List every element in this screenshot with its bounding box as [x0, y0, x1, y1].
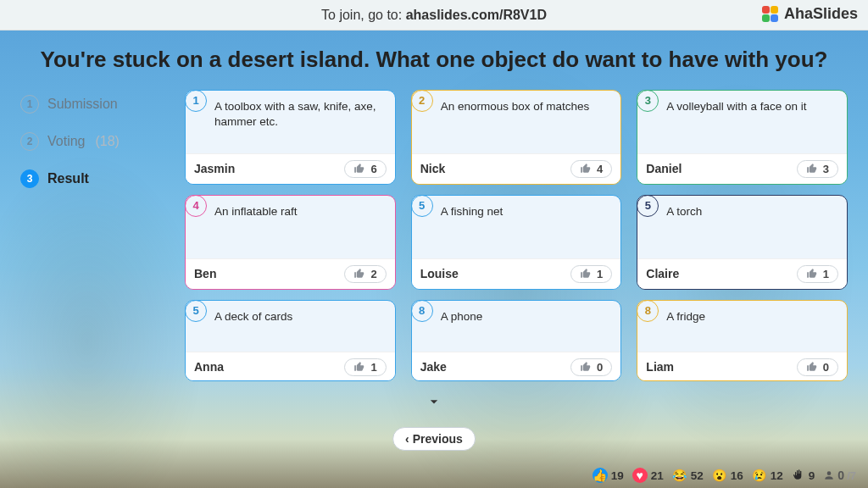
- thumbs-up-icon: [580, 361, 592, 373]
- step-voting[interactable]: 2 Voting (18): [20, 132, 164, 151]
- answer-text: A volleyball with a face on it: [666, 99, 837, 143]
- step-result[interactable]: 3 Result: [20, 169, 164, 188]
- answer-text: A torch: [666, 204, 837, 248]
- answer-card[interactable]: 4An inflatable raftBen2: [185, 195, 396, 290]
- answer-card[interactable]: 8A fridgeLiam0: [637, 300, 848, 381]
- rank-badge: 2: [411, 90, 433, 112]
- thumbs-up-icon: [580, 163, 592, 175]
- rank-badge: 8: [637, 300, 659, 322]
- rank-badge: 3: [637, 90, 659, 112]
- vote-count: 1: [823, 268, 829, 280]
- answer-card[interactable]: 2An enormous box of matchesNick4: [411, 90, 622, 185]
- answer-card[interactable]: 8A phoneJake0: [411, 300, 622, 381]
- rank-badge: 5: [637, 195, 659, 217]
- join-prefix: To join, go to:: [321, 8, 406, 22]
- answer-text: A deck of cards: [214, 309, 385, 353]
- author-name: Claire: [646, 267, 679, 280]
- question-title: You're stuck on a desert island. What on…: [20, 46, 848, 75]
- thumbs-up-icon: [806, 361, 818, 373]
- sad-icon: 😢: [752, 468, 767, 483]
- answer-card[interactable]: 5A deck of cardsAnna1: [185, 300, 396, 381]
- author-name: Jake: [420, 360, 447, 374]
- expand-toggle[interactable]: [426, 393, 442, 413]
- rank-badge: 1: [185, 90, 207, 112]
- answer-text: A phone: [441, 309, 611, 353]
- vote-count: 3: [823, 163, 829, 175]
- step-result-label: Result: [47, 171, 89, 186]
- step-voting-label: Voting: [47, 134, 85, 149]
- vote-count: 2: [370, 268, 376, 280]
- brand-name: AhaSlides: [784, 5, 858, 23]
- join-text: To join, go to: ahaslides.com/R8V1D: [321, 8, 547, 23]
- answer-card[interactable]: 1A toolbox with a saw, knife, axe, hamme…: [185, 90, 396, 185]
- person-icon: [823, 469, 835, 481]
- vote-pill[interactable]: 1: [570, 265, 612, 283]
- vote-pill[interactable]: 3: [797, 160, 838, 178]
- previous-label: Previous: [413, 432, 463, 446]
- vote-count: 1: [597, 268, 603, 280]
- vote-count: 4: [597, 163, 603, 175]
- answer-text: An inflatable raft: [214, 204, 385, 248]
- reaction-hand[interactable]: 9: [792, 469, 815, 482]
- vote-count: 0: [597, 361, 603, 374]
- vote-count: 6: [370, 163, 376, 175]
- vote-pill[interactable]: 4: [570, 160, 612, 178]
- top-bar: To join, go to: ahaslides.com/R8V1D AhaS…: [0, 0, 868, 30]
- reaction-heart[interactable]: ♥21: [632, 468, 664, 483]
- vote-count: 1: [370, 361, 376, 374]
- step-submission[interactable]: 1 Submission: [20, 95, 164, 114]
- answer-text: A fishing net: [441, 204, 611, 248]
- thumbs-up-icon: [353, 163, 365, 175]
- reaction-like[interactable]: 👍19: [593, 468, 624, 483]
- thumbs-up-icon: [580, 268, 592, 280]
- thumbs-up-icon: [353, 361, 365, 373]
- answer-text: An enormous box of matches: [441, 99, 611, 143]
- hand-icon: [792, 469, 805, 482]
- author-name: Liam: [646, 360, 674, 374]
- step-voting-count: (18): [95, 134, 119, 149]
- author-name: Daniel: [646, 162, 682, 175]
- reaction-wow[interactable]: 😮16: [712, 468, 743, 483]
- reaction-laugh[interactable]: 😂52: [672, 468, 704, 483]
- answers-grid: 1A toolbox with a saw, knife, axe, hamme…: [185, 90, 848, 381]
- laugh-icon: 😂: [672, 468, 687, 483]
- chevron-left-icon: ‹: [405, 432, 409, 446]
- rank-badge: 5: [411, 195, 433, 217]
- reaction-sad[interactable]: 😢12: [752, 468, 783, 483]
- author-name: Anna: [194, 360, 224, 374]
- vote-pill[interactable]: 6: [344, 160, 386, 178]
- vote-count: 0: [823, 361, 829, 374]
- rank-badge: 4: [185, 195, 207, 217]
- rank-badge: 8: [411, 300, 433, 322]
- author-name: Ben: [194, 267, 216, 280]
- rank-badge: 5: [185, 300, 207, 322]
- author-name: Jasmin: [194, 162, 235, 175]
- answer-card[interactable]: 3A volleyball with a face on itDaniel3: [637, 90, 848, 185]
- thumbs-up-icon: [353, 268, 365, 280]
- vote-pill[interactable]: 0: [570, 358, 612, 376]
- steps-sidebar: 1 Submission 2 Voting (18) 3 Result: [20, 90, 164, 381]
- thumbs-up-icon: [806, 163, 818, 175]
- reactions-bar: 👍19 ♥21 😂52 😮16 😢12 9 0/7: [593, 468, 856, 483]
- vote-pill[interactable]: 0: [797, 358, 838, 376]
- answer-text: A fridge: [666, 309, 837, 353]
- heart-icon: ♥: [632, 468, 648, 483]
- answer-card[interactable]: 5A torchClaire1: [637, 195, 848, 290]
- previous-button[interactable]: ‹ Previous: [392, 427, 476, 451]
- step-submission-label: Submission: [47, 97, 118, 112]
- author-name: Louise: [420, 267, 459, 280]
- vote-pill[interactable]: 1: [797, 265, 838, 283]
- answer-card[interactable]: 5A fishing netLouise1: [411, 195, 622, 290]
- like-icon: 👍: [593, 468, 608, 483]
- participants-count: 0/7: [823, 469, 856, 482]
- answer-text: A toolbox with a saw, knife, axe, hammer…: [214, 99, 385, 143]
- vote-pill[interactable]: 2: [344, 265, 386, 283]
- vote-pill[interactable]: 1: [344, 358, 386, 376]
- brand-logo: AhaSlides: [762, 5, 858, 23]
- join-url: ahaslides.com/R8V1D: [406, 8, 547, 22]
- thumbs-up-icon: [806, 268, 818, 280]
- chevron-down-icon: [426, 393, 442, 410]
- author-name: Nick: [420, 162, 446, 175]
- wow-icon: 😮: [712, 468, 727, 483]
